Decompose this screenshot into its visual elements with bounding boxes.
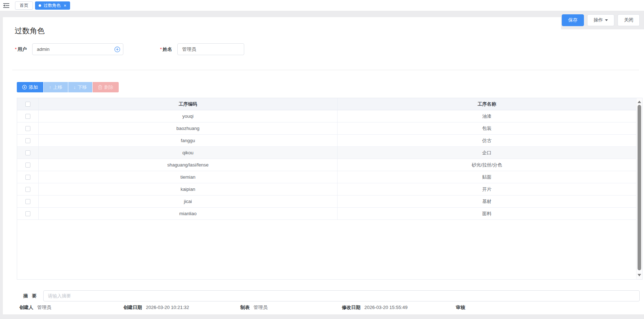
process-table: 工序编码 工序名称 youqi 油漆 baozhuang 包装 fanggu 仿… [17, 98, 643, 280]
row-checkbox[interactable] [25, 163, 30, 168]
row-checkbox-cell [17, 122, 39, 134]
tab-home-label: 首页 [20, 3, 28, 9]
row-code: youqi [39, 110, 338, 122]
table-row[interactable]: mianliao 面料 [17, 208, 636, 220]
modify-date-field: 修改日期2026-03-20 15:55:49 [342, 304, 408, 311]
move-down-label: 下移 [78, 84, 87, 91]
create-date-label: 创建日期 [123, 305, 142, 310]
tab-bar: 首页 过数角色 × [0, 0, 644, 11]
table-body: youqi 油漆 baozhuang 包装 fanggu 仿古 qikou 企口… [17, 110, 636, 220]
row-checkbox[interactable] [25, 138, 30, 143]
row-code: kaipian [39, 183, 338, 195]
row-checkbox[interactable] [25, 175, 30, 180]
summary-label: 摘 要 [23, 293, 38, 299]
row-code: fanggu [39, 135, 338, 146]
trash-icon [98, 85, 102, 90]
tab-list: 首页 过数角色 × [15, 1, 70, 10]
table-scrollbar[interactable] [636, 98, 642, 279]
header-checkbox-cell [17, 98, 39, 110]
row-checkbox[interactable] [25, 199, 30, 204]
delete-row-button[interactable]: 删除 [93, 82, 119, 92]
row-name: 砂光/拉丝/分色 [338, 159, 636, 171]
main-panel: 过数角色 *用户 *姓名 [3, 17, 644, 314]
plus-circle-icon [22, 85, 27, 90]
chevron-down-icon [605, 19, 608, 21]
required-asterisk: * [160, 47, 162, 52]
creator-value: 管理员 [37, 305, 51, 310]
arrow-down-icon: ↓ [74, 84, 76, 90]
operate-dropdown-button[interactable]: 操作 [587, 14, 614, 26]
move-down-button[interactable]: ↓ 下移 [68, 82, 93, 92]
table-header-row: 工序编码 工序名称 [17, 98, 636, 110]
user-field-label: *用户 [15, 46, 27, 53]
table-row[interactable]: kaipian 开片 [17, 183, 636, 195]
select-all-checkbox[interactable] [25, 102, 30, 107]
tab-guoshu-role[interactable]: 过数角色 × [35, 1, 70, 10]
creator-label: 创建人 [19, 305, 33, 310]
scroll-down-icon[interactable] [636, 272, 642, 278]
row-checkbox[interactable] [25, 126, 30, 131]
grid-toolbar: 添加 ↑ 上移 ↓ 下移 删除 [17, 82, 644, 92]
tab-guoshu-role-label: 过数角色 [44, 3, 61, 9]
table-row[interactable]: jicai 基材 [17, 195, 636, 208]
tab-close-icon[interactable]: × [64, 3, 67, 8]
row-checkbox-cell [17, 159, 39, 171]
arrow-up-icon: ↑ [49, 84, 51, 90]
section-divider [12, 70, 639, 70]
table-row[interactable]: baozhuang 包装 [17, 122, 636, 135]
tabulator-label: 制表 [240, 305, 250, 310]
table-row[interactable]: shaguang/lasi/fense 砂光/拉丝/分色 [17, 159, 636, 171]
scrollbar-thumb[interactable] [638, 105, 641, 270]
header-form: *用户 *姓名 [3, 43, 644, 55]
add-circle-icon[interactable] [114, 47, 120, 52]
add-row-button[interactable]: 添加 [17, 82, 43, 92]
tabulator-value: 管理员 [254, 305, 267, 310]
row-code: baozhuang [39, 122, 338, 134]
row-checkbox-cell [17, 195, 39, 207]
close-button[interactable]: 关闭 [618, 14, 640, 26]
audit-field: 审核 [456, 304, 469, 311]
row-name: 包装 [338, 122, 636, 134]
row-checkbox-cell [17, 208, 39, 219]
row-name: 贴面 [338, 171, 636, 183]
row-checkbox[interactable] [25, 211, 30, 216]
save-button-label: 保存 [568, 17, 577, 23]
modify-date-label: 修改日期 [342, 305, 360, 310]
operate-button-label: 操作 [594, 17, 603, 23]
close-button-label: 关闭 [624, 17, 633, 23]
summary-input[interactable] [43, 290, 640, 301]
move-up-button[interactable]: ↑ 上移 [44, 82, 68, 92]
row-name: 企口 [338, 147, 636, 159]
row-checkbox-cell [17, 183, 39, 195]
user-input[interactable] [32, 43, 123, 55]
row-name: 基材 [338, 195, 636, 207]
column-header-name: 工序名称 [338, 98, 636, 110]
create-date-field: 创建日期2026-03-20 10:21:32 [123, 304, 189, 311]
table-row[interactable]: fanggu 仿古 [17, 135, 636, 147]
add-row-label: 添加 [29, 84, 38, 91]
row-checkbox-cell [17, 135, 39, 146]
row-checkbox-cell [17, 147, 39, 159]
row-code: jicai [39, 195, 338, 207]
tabulator-field: 制表管理员 [240, 304, 267, 311]
delete-row-label: 删除 [104, 84, 113, 91]
row-checkbox[interactable] [25, 187, 30, 192]
row-checkbox-cell [17, 171, 39, 183]
table-row[interactable]: qikou 企口 [17, 147, 636, 159]
row-code: tiemian [39, 171, 338, 183]
menu-fold-icon[interactable] [1, 0, 11, 11]
table-row[interactable]: youqi 油漆 [17, 110, 636, 122]
name-input[interactable] [177, 43, 244, 55]
row-code: shaguang/lasi/fense [39, 159, 338, 171]
tab-home[interactable]: 首页 [15, 1, 33, 10]
row-checkbox[interactable] [25, 150, 30, 155]
save-button[interactable]: 保存 [562, 14, 584, 26]
row-name: 面料 [338, 208, 636, 219]
summary-section: 摘 要 [23, 290, 640, 301]
row-code: qikou [39, 147, 338, 159]
row-code: mianliao [39, 208, 338, 219]
row-checkbox[interactable] [25, 114, 30, 119]
table-row[interactable]: tiemian 贴面 [17, 171, 636, 183]
scroll-up-icon[interactable] [636, 99, 642, 105]
user-field-group: *用户 [15, 43, 123, 55]
